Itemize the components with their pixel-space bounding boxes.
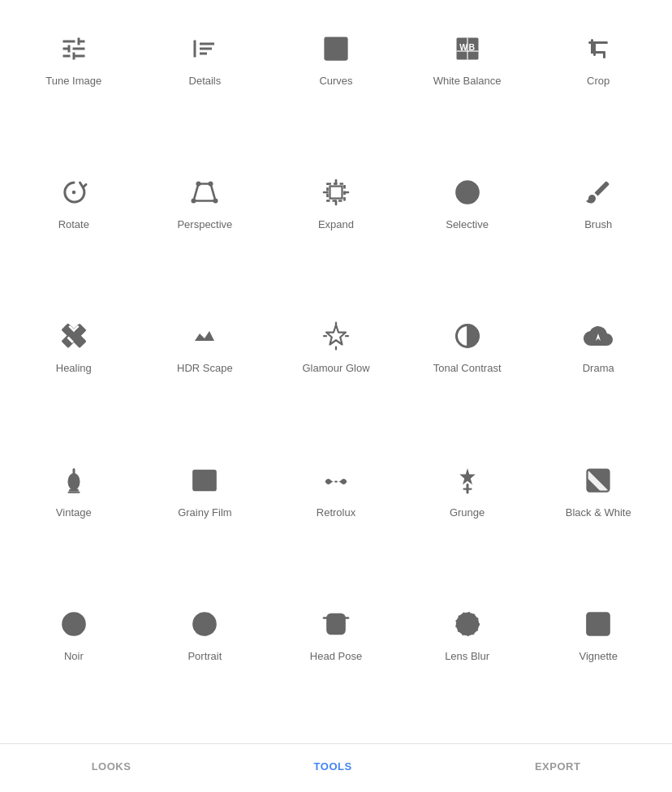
brush-label: Brush (584, 218, 612, 232)
tool-noir[interactable]: Noir (8, 592, 140, 735)
tool-vintage[interactable]: Vintage (8, 448, 140, 592)
svg-rect-41 (209, 484, 213, 488)
grainy-film-label: Grainy Film (178, 506, 231, 520)
tune-image-icon (56, 31, 92, 67)
tool-tune-image[interactable]: Tune Image (8, 16, 140, 160)
selective-icon (450, 174, 485, 210)
svg-rect-36 (196, 473, 200, 477)
portrait-label: Portrait (187, 650, 222, 664)
svg-point-15 (209, 182, 213, 187)
svg-point-12 (192, 199, 196, 204)
tool-black-white[interactable]: Black & White (532, 448, 664, 592)
svg-rect-33 (69, 489, 79, 491)
svg-point-62 (455, 613, 479, 636)
bottom-nav: LOOKS TOOLS EXPORT (0, 743, 672, 792)
svg-marker-11 (194, 184, 216, 201)
vignette-label: Vignette (579, 650, 617, 664)
tonal-contrast-icon (450, 318, 485, 354)
svg-text:B: B (468, 42, 475, 52)
tool-lens-blur[interactable]: Lens Blur (402, 592, 533, 735)
grainy-film-icon (187, 463, 222, 498)
svg-point-13 (213, 199, 218, 204)
svg-point-54 (200, 616, 209, 625)
tune-image-label: Tune Image (45, 75, 101, 88)
hdr-scape-icon (187, 318, 222, 354)
healing-label: Healing (56, 362, 92, 376)
tool-glamour-glow[interactable]: Glamour Glow (270, 303, 402, 447)
svg-point-23 (463, 189, 471, 196)
curves-icon (318, 31, 354, 67)
tool-brush[interactable]: Brush (532, 160, 664, 303)
perspective-icon (187, 174, 222, 210)
retrolux-icon (318, 463, 354, 498)
glamour-glow-label: Glamour Glow (302, 362, 369, 376)
lens-blur-icon (450, 606, 485, 642)
details-label: Details (189, 75, 222, 88)
svg-point-2 (343, 39, 347, 42)
vintage-icon (56, 463, 92, 498)
drama-label: Drama (583, 362, 614, 376)
rotate-icon (56, 174, 92, 210)
healing-icon (56, 318, 92, 354)
svg-rect-38 (209, 473, 213, 477)
vintage-label: Vintage (56, 506, 92, 520)
tool-crop[interactable]: Crop (532, 16, 664, 160)
expand-label: Expand (318, 218, 354, 232)
tool-tonal-contrast[interactable]: Tonal Contrast (402, 303, 533, 447)
svg-point-14 (196, 182, 201, 187)
tool-rotate[interactable]: Rotate (8, 160, 140, 303)
nav-export[interactable]: EXPORT (519, 757, 597, 776)
details-icon (187, 31, 222, 67)
vignette-icon (580, 606, 616, 642)
nav-looks[interactable]: LOOKS (75, 757, 148, 776)
drama-icon (580, 318, 616, 354)
selective-label: Selective (446, 218, 489, 232)
tool-expand[interactable]: Expand (270, 160, 402, 303)
grunge-label: Grunge (450, 506, 485, 520)
tool-head-pose[interactable]: Head Pose (270, 592, 402, 735)
tool-drama[interactable]: Drama (532, 303, 664, 447)
glamour-glow-icon (318, 318, 354, 354)
tool-vignette[interactable]: Vignette (532, 592, 664, 735)
svg-point-42 (199, 479, 201, 481)
tool-grunge[interactable]: Grunge (402, 448, 533, 592)
crop-icon (580, 31, 616, 67)
tool-retrolux[interactable]: Retrolux (270, 448, 402, 592)
white-balance-label: White Balance (433, 75, 502, 88)
retrolux-label: Retrolux (317, 506, 355, 520)
curves-label: Curves (319, 75, 352, 88)
svg-point-10 (72, 191, 76, 195)
tool-details[interactable]: Details (140, 16, 271, 160)
head-pose-label: Head Pose (310, 650, 362, 664)
tool-perspective[interactable]: Perspective (140, 160, 271, 303)
perspective-label: Perspective (177, 218, 232, 232)
tool-grainy-film[interactable]: Grainy Film (140, 448, 271, 592)
svg-rect-37 (203, 473, 207, 477)
white-balance-icon: W B (450, 31, 485, 67)
black-white-label: Black & White (566, 506, 631, 520)
tool-white-balance[interactable]: W B White Balance (402, 16, 533, 160)
tool-curves[interactable]: Curves (270, 16, 402, 160)
tool-portrait[interactable]: Portrait (140, 592, 271, 735)
tool-hdr-scape[interactable]: HDR Scape (140, 303, 271, 447)
svg-rect-17 (330, 187, 342, 199)
nav-tools[interactable]: TOOLS (298, 757, 368, 776)
svg-point-56 (331, 620, 334, 623)
tool-healing[interactable]: Healing (8, 303, 140, 447)
svg-marker-24 (326, 325, 346, 345)
head-pose-icon (318, 606, 354, 642)
portrait-icon (187, 606, 222, 642)
svg-rect-34 (67, 491, 80, 493)
svg-point-44 (209, 479, 211, 481)
svg-point-52 (72, 622, 75, 625)
svg-point-64 (592, 618, 605, 630)
crop-label: Crop (587, 75, 610, 88)
tool-selective[interactable]: Selective (402, 160, 533, 303)
svg-text:W: W (459, 42, 467, 52)
rotate-label: Rotate (58, 218, 89, 232)
svg-point-43 (204, 479, 206, 481)
svg-point-57 (338, 620, 342, 623)
hdr-scape-label: HDR Scape (177, 362, 233, 376)
svg-rect-40 (203, 484, 207, 488)
lens-blur-label: Lens Blur (445, 650, 489, 664)
